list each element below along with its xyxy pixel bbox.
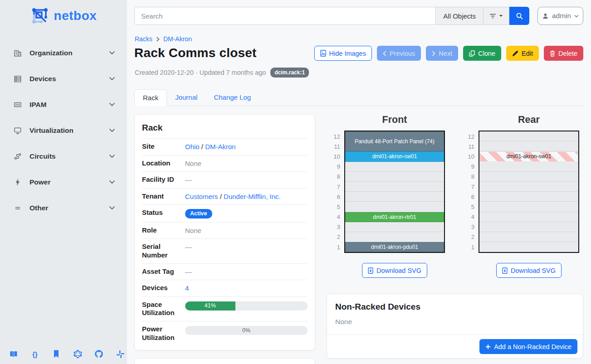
tab-journal[interactable]: Journal <box>167 89 205 106</box>
unit-number: 10 <box>460 151 479 161</box>
next-button[interactable]: Next <box>426 46 458 61</box>
sidebar-item-devices[interactable]: Devices <box>0 66 127 92</box>
add-non-racked-label: Add a Non-Racked Device <box>494 343 571 350</box>
ip-counter-icon <box>14 101 22 109</box>
rack-slot[interactable] <box>345 232 444 242</box>
github-icon[interactable] <box>94 349 103 359</box>
tenant-group-link[interactable]: Customers <box>185 193 218 200</box>
attr-devices: Devices 4 <box>142 280 308 296</box>
search-submit-button[interactable] <box>509 7 529 25</box>
download-file-icon <box>368 267 373 274</box>
rear-download-svg-button[interactable]: Download SVG <box>496 263 562 278</box>
sidebar-item-ipam[interactable]: IPAM <box>0 92 127 117</box>
unit-number: 7 <box>460 182 479 192</box>
unit-number: 5 <box>460 202 479 212</box>
devices-count-link[interactable]: 4 <box>185 284 189 292</box>
search-filter-button[interactable] <box>484 7 509 25</box>
user-menu-button[interactable]: admin <box>537 7 583 25</box>
device-rtr01[interactable]: dmi01-akron-rtr01 <box>345 212 444 222</box>
unit-number: 9 <box>460 162 479 172</box>
breadcrumb-racks[interactable]: Racks <box>135 35 152 43</box>
breadcrumb-site[interactable]: DM-Akron <box>163 35 192 43</box>
tab-rack[interactable]: Rack <box>134 89 167 106</box>
rack-slot[interactable] <box>479 212 578 222</box>
rack-slot[interactable] <box>479 222 578 232</box>
sidebar-item-organization[interactable]: Organization <box>0 40 127 66</box>
rack-slot[interactable] <box>479 192 578 202</box>
attr-label: Power Utilization <box>142 325 185 342</box>
graphql-icon[interactable] <box>73 349 82 359</box>
code-braces-icon[interactable]: {} <box>30 349 39 359</box>
unit-number: 7 <box>326 182 344 192</box>
location-value: None <box>185 159 308 168</box>
rack-slot[interactable] <box>345 172 444 182</box>
netbox-logo[interactable]: netbox <box>0 0 127 30</box>
unit-number: 6 <box>460 192 479 202</box>
add-non-racked-device-button[interactable]: Add a Non-Racked Device <box>479 339 577 354</box>
sidebar-item-other[interactable]: Other <box>0 195 127 221</box>
unit-number: 3 <box>326 222 344 232</box>
search-input[interactable] <box>134 7 435 25</box>
rack-slot[interactable] <box>345 182 444 192</box>
rack-slot[interactable] <box>479 182 578 192</box>
clone-button[interactable]: Clone <box>463 46 501 61</box>
trash-icon <box>550 50 555 57</box>
unit-number: 4 <box>460 212 479 222</box>
attr-role: Role None <box>142 222 308 239</box>
rack-slot[interactable] <box>345 162 444 172</box>
unit-number: 12 <box>326 131 344 141</box>
chevron-down-icon <box>109 180 115 184</box>
site-link[interactable]: DM-Akron <box>205 143 236 150</box>
tab-change-log[interactable]: Change Log <box>205 89 259 106</box>
user-label: admin <box>552 12 571 20</box>
building-icon <box>14 49 22 57</box>
unit-number: 8 <box>326 172 344 182</box>
bookmark-icon[interactable] <box>52 349 61 359</box>
rack-slot[interactable] <box>479 131 578 141</box>
monitor-icon <box>14 126 22 135</box>
titlebar: Rack Comms closet Hide Images Previous N… <box>134 46 583 61</box>
rack-slot[interactable] <box>479 172 578 182</box>
sidebar-item-circuits[interactable]: Circuits <box>0 143 127 169</box>
hide-images-button[interactable]: Hide Images <box>314 46 372 61</box>
rack-slot[interactable] <box>479 242 578 252</box>
caret-down-icon <box>499 15 503 17</box>
filter-icon <box>489 14 496 19</box>
rack-slot[interactable] <box>479 162 578 172</box>
rack-slot[interactable] <box>479 202 578 212</box>
edit-button[interactable]: Edit <box>506 46 539 61</box>
asset-value: — <box>185 267 308 277</box>
unit-number: 2 <box>460 232 479 242</box>
delete-button[interactable]: Delete <box>544 46 583 61</box>
tenant-link[interactable]: Dunder-Mifflin, Inc. <box>224 193 281 200</box>
device-sw01[interactable]: dmi01-akron-sw01 <box>345 151 444 161</box>
space-utilization-label: 41% <box>205 302 216 309</box>
caret-down-icon <box>574 15 579 18</box>
copy-icon <box>469 50 475 57</box>
site-group-link[interactable]: Ohio <box>185 143 200 150</box>
plus-icon <box>485 344 491 349</box>
next-card-partial <box>134 358 315 364</box>
rack-slot[interactable] <box>345 192 444 202</box>
device-pdu01[interactable]: dmi01-akron-pdu01 <box>345 242 444 252</box>
rack-slot[interactable] <box>345 222 444 232</box>
unit-number: 6 <box>326 192 344 202</box>
front-download-svg-button[interactable]: Download SVG <box>362 263 427 278</box>
sidebar-item-power[interactable]: Power <box>0 169 127 195</box>
rack-slot[interactable] <box>479 232 578 242</box>
rack-slot[interactable] <box>479 141 578 151</box>
page-title: Rack Comms closet <box>134 46 257 60</box>
device-patch-panel[interactable]: Panduit 48-Port Patch Panel (74) <box>345 131 444 151</box>
unit-number: 12 <box>460 131 479 141</box>
search-scope-button[interactable]: All Objects <box>435 7 484 25</box>
previous-button[interactable]: Previous <box>377 46 421 61</box>
slack-icon[interactable] <box>116 349 125 359</box>
object-tabs: Rack Journal Change Log <box>134 89 584 106</box>
device-sw01-rear[interactable]: dmi01-akron-sw01 <box>479 151 578 161</box>
chevron-down-icon <box>109 102 115 107</box>
attr-serial-number: Serial Number — <box>142 238 308 263</box>
rack-slot[interactable] <box>345 202 444 212</box>
docs-book-icon[interactable] <box>9 349 18 359</box>
sidebar-item-virtualization[interactable]: Virtualization <box>0 117 127 143</box>
unit-number: 10 <box>326 151 344 161</box>
